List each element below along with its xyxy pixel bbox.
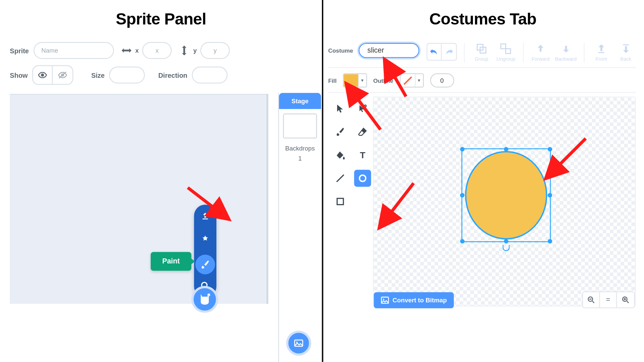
svg-line-25	[592, 301, 594, 303]
svg-point-2	[41, 74, 44, 76]
rotate-handle[interactable]	[502, 245, 509, 251]
zoom-reset-button[interactable]: =	[600, 292, 617, 307]
costume-label: Costume	[328, 43, 353, 54]
outline-swatch	[400, 74, 415, 86]
circle-tool[interactable]	[354, 170, 371, 187]
group-button[interactable]: Group	[471, 43, 491, 62]
y-input[interactable]: y	[200, 42, 230, 59]
ungroup-icon	[500, 43, 512, 55]
svg-text:+: +	[208, 294, 210, 297]
select-tool[interactable]	[332, 100, 349, 117]
eye-off-icon	[58, 71, 67, 78]
text-tool[interactable]: T	[354, 146, 371, 164]
sprite-panel-title: Sprite Panel	[0, 0, 322, 36]
choose-sprite-button[interactable]: +	[192, 286, 218, 313]
add-backdrop-button[interactable]	[286, 330, 311, 356]
selection-box[interactable]	[462, 148, 551, 242]
ungroup-button[interactable]: Ungroup	[496, 43, 516, 62]
svg-rect-5	[203, 219, 208, 220]
cat-icon: +	[198, 293, 212, 306]
tool-palette: T	[328, 97, 373, 307]
forward-button[interactable]: Forward	[531, 43, 551, 62]
text-icon: T	[358, 150, 367, 160]
drawing-canvas[interactable]: Convert to Bitmap =	[373, 97, 636, 307]
size-label: Size	[91, 71, 105, 79]
group-icon	[476, 43, 487, 55]
back-icon	[620, 43, 632, 55]
vertical-arrows-icon	[179, 45, 190, 56]
cursor-icon	[336, 104, 345, 113]
fill-tool[interactable]	[332, 146, 349, 164]
paint-sprite-button[interactable]	[196, 255, 215, 275]
zoom-in-button[interactable]	[617, 292, 634, 307]
show-label: Show	[10, 71, 28, 79]
show-hidden-button[interactable]	[53, 66, 72, 84]
fill-color-picker[interactable]: ▼	[343, 73, 367, 88]
svg-point-20	[360, 175, 366, 182]
outline-color-picker[interactable]: ▼	[399, 73, 424, 88]
brush-icon	[200, 259, 210, 269]
arrow-up-icon	[535, 43, 546, 55]
zoom-out-icon	[588, 296, 595, 303]
svg-line-28	[627, 301, 629, 303]
sprite-list-area: + Paint	[10, 94, 268, 304]
eye-icon	[38, 72, 47, 78]
sprite-panel-column: Sprite Panel Stage Backdrops 1 Sprite Na…	[0, 0, 322, 362]
redo-icon	[444, 49, 453, 55]
front-button[interactable]: Front	[591, 43, 611, 62]
stage-thumbnail[interactable]	[283, 114, 317, 139]
x-input[interactable]: x	[142, 42, 172, 59]
front-icon	[595, 43, 607, 55]
svg-point-23	[383, 299, 384, 300]
image-icon	[381, 297, 389, 304]
x-label: x	[135, 47, 139, 54]
y-label: y	[193, 47, 197, 54]
costume-name-input[interactable]	[359, 43, 419, 58]
direction-label: Direction	[158, 71, 187, 79]
redo-button[interactable]	[442, 44, 456, 60]
upload-sprite-button[interactable]	[197, 208, 213, 224]
undo-button[interactable]	[427, 44, 442, 60]
outline-label: Outline	[373, 77, 393, 84]
brush-icon	[335, 127, 345, 137]
line-icon	[335, 173, 345, 183]
eraser-tool[interactable]	[354, 123, 371, 140]
sprite-name-input[interactable]: Name	[33, 42, 114, 59]
paint-tooltip: Paint	[151, 252, 191, 271]
zoom-in-icon	[622, 296, 629, 303]
zoom-out-button[interactable]	[583, 292, 600, 307]
size-input[interactable]	[109, 67, 145, 84]
costume-editor: T	[328, 97, 636, 307]
show-visible-button[interactable]	[33, 66, 53, 84]
add-sprite-menu	[194, 205, 217, 298]
circle-icon	[358, 173, 367, 183]
costumes-tab-title: Costumes Tab	[322, 0, 644, 36]
undo-redo-group	[426, 43, 457, 61]
image-icon	[293, 338, 304, 349]
svg-rect-0	[294, 340, 303, 346]
backdrops-label: Backdrops	[279, 145, 321, 152]
chevron-down-icon: ▼	[415, 74, 423, 86]
fill-outline-row: Fill ▼ Outline ▼ 0	[328, 68, 636, 93]
backdrops-count: 1	[279, 155, 321, 162]
reshape-tool[interactable]	[354, 100, 371, 117]
back-button[interactable]: Back	[616, 43, 636, 62]
square-icon	[335, 197, 345, 206]
reshape-icon	[358, 104, 367, 113]
surprise-sprite-button[interactable]	[197, 231, 213, 247]
outline-width-input[interactable]: 0	[430, 73, 454, 88]
svg-line-19	[337, 175, 344, 182]
upload-icon	[201, 212, 210, 221]
direction-input[interactable]	[192, 67, 228, 84]
svg-point-17	[364, 105, 366, 107]
sprite-label: Sprite	[10, 47, 29, 54]
rectangle-tool[interactable]	[332, 193, 349, 210]
stage-panel: Stage Backdrops 1	[278, 93, 322, 362]
convert-bitmap-button[interactable]: Convert to Bitmap	[374, 292, 454, 308]
backward-button[interactable]: Backward	[555, 43, 577, 62]
brush-tool[interactable]	[332, 123, 349, 140]
line-tool[interactable]	[332, 170, 349, 187]
costume-topbar: Costume Group Ungroup Forward Backward F…	[328, 36, 636, 68]
arrow-down-icon	[560, 43, 572, 55]
chevron-down-icon: ▼	[358, 74, 366, 86]
